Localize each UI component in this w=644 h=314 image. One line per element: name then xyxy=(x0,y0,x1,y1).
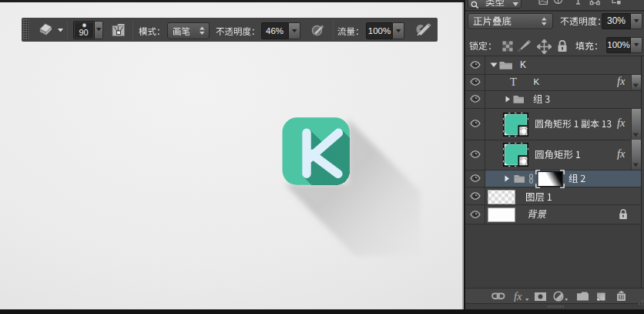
svg-text:fx: fx xyxy=(514,291,522,302)
